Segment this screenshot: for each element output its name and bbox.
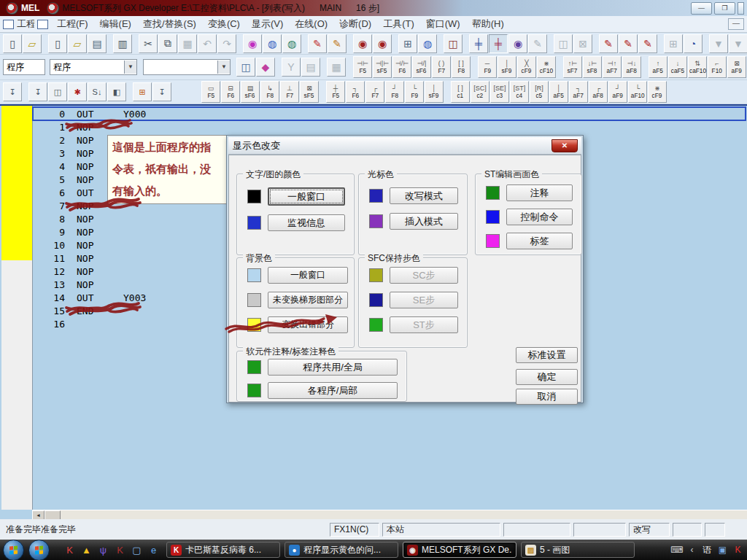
toolbar-separator[interactable] (107, 35, 112, 52)
key-invert-result[interactable]: ⊠ aF9 (727, 56, 746, 78)
menu-item[interactable]: 查找/替换(S) (137, 16, 202, 31)
key-sfc-tr2[interactable]: ┐ aF7 (569, 81, 588, 103)
key-coil[interactable]: ( ) F7 (432, 56, 451, 78)
step-break-icon[interactable]: ▼ (729, 34, 747, 53)
key-sfc-corner-bl[interactable]: └ F9 (405, 81, 424, 103)
list-row[interactable]: 0 OUT Y000 (33, 107, 746, 120)
menu-item[interactable]: 在线(O) (289, 16, 333, 31)
menu-item[interactable]: 窗口(W) (420, 16, 466, 31)
fkey-separator[interactable] (320, 81, 325, 101)
toolbar-separator[interactable] (658, 35, 663, 52)
menu-item[interactable]: 变换(C) (202, 16, 246, 31)
dictionary-icon[interactable]: ▤ (301, 58, 320, 77)
key-invert[interactable]: ⇅ caF10 (688, 56, 707, 78)
comment-display-icon[interactable]: ◫ (554, 34, 573, 53)
print-icon[interactable]: ▥ (113, 34, 132, 53)
menu-item[interactable]: 帮助(H) (466, 16, 510, 31)
se-step-color-button[interactable]: SE步 (390, 292, 458, 308)
program-list-icon[interactable]: ▦ (327, 58, 346, 77)
tray-expand-icon[interactable]: ‹ (686, 544, 698, 556)
key-sfc-transition[interactable]: ⊠ sF5 (300, 81, 319, 103)
program-shared-global-color-button[interactable]: 程序共用/全局 (268, 359, 398, 376)
fkey-separator[interactable] (557, 56, 562, 77)
start-button[interactable] (28, 540, 50, 560)
monitor-info-color-button[interactable]: 监视信息 (268, 214, 345, 231)
toolbar-separator[interactable] (302, 35, 307, 52)
chevron-down-icon[interactable]: ▼ (217, 61, 230, 74)
key-sfc-r[interactable]: [R] c5 (530, 81, 549, 103)
zoom-in-icon[interactable]: ◉ (353, 34, 372, 53)
kaspersky-tray-icon[interactable]: K (732, 544, 744, 556)
instruction-list-mode-icon[interactable]: ╪ (489, 34, 508, 53)
device-comment-edit-icon[interactable]: ✎ (308, 34, 327, 53)
list-row[interactable]: 1 NOP (33, 120, 746, 133)
key-sfc-se[interactable]: [SE] c3 (490, 81, 509, 103)
block-grid-icon[interactable]: ⊞ (133, 82, 152, 101)
sfc-step-icon[interactable]: ↧ (28, 82, 47, 101)
ladder-mode-icon[interactable]: ╪ (469, 34, 488, 53)
comment-color-button[interactable]: 注释 (506, 184, 573, 201)
new-project-icon[interactable]: ▯ (3, 34, 22, 53)
close-button-partial[interactable] (738, 2, 744, 15)
device-test-icon[interactable]: ✎ (599, 34, 618, 53)
key-sfc-step[interactable]: ▭ F5 (201, 81, 220, 103)
block-split-icon[interactable]: ◧ (107, 82, 126, 101)
taskbar-paint[interactable]: ▨ 5 - 画图 (521, 542, 635, 558)
taskbar-melsoft[interactable]: ◉ MELSOFT系列 GX De... (403, 542, 516, 558)
redo-icon[interactable]: ↷ (217, 34, 236, 53)
find-icon[interactable]: ◉ (243, 34, 262, 53)
memory-grid-icon[interactable]: ⊞ (664, 34, 683, 53)
st-step-color-button[interactable]: ST步 (390, 316, 458, 333)
key-sfc-br2[interactable]: ┘ aF9 (608, 81, 627, 103)
general-window-bg-color-button[interactable]: 一般窗口 (268, 267, 348, 284)
cancel-button[interactable]: 取消 (516, 389, 578, 405)
minimize-button[interactable]: — (691, 2, 712, 15)
macro-icon[interactable]: Y (282, 58, 301, 77)
clock-monitor-icon[interactable]: ◔ (684, 34, 703, 53)
key-application[interactable]: [ ] F8 (452, 56, 471, 78)
key-sfc-st[interactable]: [ST] c4 (510, 81, 529, 103)
unconverted-ladder-bg-color-button[interactable]: 未变换梯形图部分 (268, 292, 348, 308)
statement-display-icon[interactable]: ⊠ (573, 34, 592, 53)
internet-explorer-icon[interactable]: e (147, 544, 160, 556)
device-find-icon[interactable]: ◍ (282, 34, 301, 53)
chevron-down-icon[interactable]: ▼ (124, 61, 136, 74)
key-pulse-up-branch[interactable]: ⊣↑ aF7 (603, 56, 622, 78)
taskbar-kaspersky[interactable]: K 卡巴斯基反病毒 6... (166, 542, 280, 558)
label-color-button[interactable]: 标签 (506, 233, 573, 249)
menu-item[interactable]: 显示(V) (246, 16, 289, 31)
toolbar-separator[interactable] (127, 82, 132, 100)
restore-button[interactable]: ❐ (714, 2, 735, 15)
toolbar-separator[interactable] (703, 35, 708, 52)
toolbar-separator[interactable] (548, 35, 553, 52)
key-hline[interactable]: ─ F9 (478, 56, 497, 78)
step-run-icon[interactable]: ▼ (709, 34, 728, 53)
project-browse-icon[interactable]: ◍ (418, 34, 437, 53)
toolbar-separator[interactable] (276, 58, 281, 75)
key-sfc-cross[interactable]: ┼ F5 (326, 81, 345, 103)
toolbar-separator[interactable] (321, 58, 326, 75)
statement-edit-icon[interactable]: ✎ (328, 34, 347, 53)
toolbar-separator[interactable] (42, 35, 47, 52)
key-sfc-corner-tr[interactable]: ┐ F6 (346, 81, 365, 103)
key-sfc-blank[interactable]: [ ] c1 (451, 81, 470, 103)
toolbar-separator[interactable] (23, 82, 28, 100)
warning-tool-icon[interactable]: ▲ (80, 544, 93, 556)
menu-item[interactable]: 编辑(E) (94, 16, 137, 31)
device-select-combo[interactable]: ▼ (143, 59, 231, 75)
zoom-out-icon[interactable]: ◉ (373, 34, 392, 53)
control-command-color-button[interactable]: 控制命令 (506, 209, 573, 225)
key-sfc-block[interactable]: ⊟ F6 (221, 81, 240, 103)
project-data-list-icon[interactable]: ◫ (236, 58, 255, 77)
open-file-icon[interactable]: ▱ (68, 34, 87, 53)
ok-button[interactable]: 确定 (516, 369, 578, 385)
key-sfc-vline[interactable]: │ sF9 (425, 81, 444, 103)
key-close-branch[interactable]: ⊣/| sF6 (412, 56, 431, 78)
undo-icon[interactable]: ↶ (198, 34, 217, 53)
key-delete-hline[interactable]: ╳ cF9 (517, 56, 536, 78)
toolbar-separator[interactable] (237, 35, 242, 52)
block-write-icon[interactable]: ◫ (48, 82, 67, 101)
key-sfc-corner-tl[interactable]: ┌ F7 (365, 81, 384, 103)
key-sfc-tl2[interactable]: ┌ aF8 (589, 81, 608, 103)
device-skip-icon[interactable]: ✎ (638, 34, 657, 53)
